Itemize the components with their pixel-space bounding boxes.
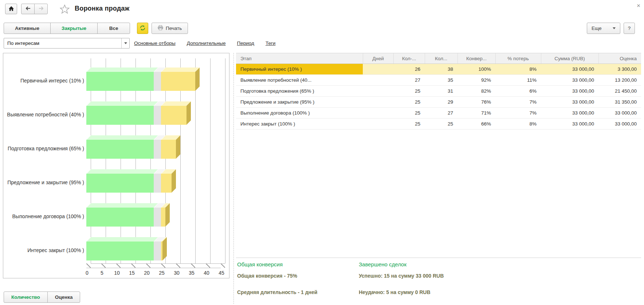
funnel-bar-segment-green[interactable] (86, 208, 154, 227)
table-cell[interactable] (363, 119, 393, 130)
table-cell[interactable]: 100% (458, 64, 495, 75)
funnel-bar-segment-yellow[interactable] (161, 72, 195, 91)
grouping-combobox[interactable]: По интересам (4, 38, 130, 49)
filter-link[interactable]: Теги (266, 40, 275, 46)
close-icon[interactable]: × (637, 2, 640, 9)
print-button[interactable]: Печать (152, 23, 188, 34)
home-button[interactable] (5, 4, 17, 14)
table-cell[interactable]: 7% (495, 108, 541, 119)
table-cell[interactable]: 25 (393, 108, 425, 119)
table-cell[interactable]: Предложение и закрытие (95% ) (236, 97, 363, 108)
table-cell[interactable]: 13 200,00 (598, 75, 641, 86)
refresh-button[interactable] (137, 23, 148, 34)
table-cell[interactable]: 38 (425, 64, 458, 75)
column-header[interactable]: Дней (363, 53, 393, 64)
funnel-bar-segment-green[interactable] (86, 174, 154, 193)
funnel-bar-segment-gray[interactable] (154, 174, 161, 193)
column-header[interactable]: Кол-... (393, 53, 425, 64)
panel-splitter[interactable] (233, 53, 234, 304)
chart-tab-оценка[interactable]: Оценка (47, 292, 80, 303)
table-row[interactable]: Подготовка предложения (65% )253182%6%33… (236, 86, 641, 97)
funnel-bar-segment-green[interactable] (86, 242, 154, 260)
table-cell[interactable]: 7% (495, 97, 541, 108)
table-cell[interactable] (363, 97, 393, 108)
view-tab-активные[interactable]: Активные (4, 23, 51, 34)
column-header[interactable]: Кол... (425, 53, 458, 64)
table-cell[interactable]: 31 350,00 (598, 97, 641, 108)
column-header[interactable]: Этап (236, 53, 363, 64)
table-cell[interactable]: 33 000,00 (541, 64, 598, 75)
table-cell[interactable]: 25 (425, 119, 458, 130)
table-cell[interactable]: 82% (458, 86, 495, 97)
table-cell[interactable]: 76% (458, 97, 495, 108)
table-cell[interactable]: 8% (495, 64, 541, 75)
forward-button[interactable] (34, 4, 48, 14)
table-cell[interactable]: 25 (393, 86, 425, 97)
table-cell[interactable]: 25 (393, 119, 425, 130)
table-cell[interactable]: 35 (425, 75, 458, 86)
table-row[interactable]: Первичный интерес (10% )2638100%8%33 000… (236, 64, 641, 75)
table-cell[interactable]: 92% (458, 75, 495, 86)
chart-tab-количество[interactable]: Количество (4, 292, 48, 303)
funnel-bar-segment-gray[interactable] (154, 72, 161, 91)
column-header[interactable]: Оценка (598, 53, 641, 64)
funnel-bar-segment-green[interactable] (86, 106, 154, 125)
funnel-bar-segment-gray[interactable] (154, 242, 161, 260)
funnel-bar-segment-green[interactable] (86, 140, 154, 159)
table-cell[interactable]: 25 (393, 97, 425, 108)
filter-link[interactable]: Основные отборы (134, 40, 176, 46)
more-button[interactable]: Еще (587, 23, 620, 34)
table-cell[interactable] (363, 64, 393, 75)
filter-link[interactable]: Период (237, 40, 254, 46)
funnel-bar-segment-yellow[interactable] (161, 106, 186, 125)
table-cell[interactable]: 26 (393, 64, 425, 75)
column-header[interactable]: % потерь (495, 53, 541, 64)
table-cell[interactable]: 33 000,00 (598, 108, 641, 119)
table-cell[interactable]: Первичный интерес (10% ) (236, 64, 363, 75)
view-tab-все[interactable]: Все (97, 23, 130, 34)
combobox-dropdown-button[interactable] (121, 38, 129, 48)
table-row[interactable]: Выявление потребностей (40...273592%11%3… (236, 75, 641, 86)
table-cell[interactable]: 3 300,00 (598, 64, 641, 75)
table-cell[interactable]: 66% (458, 119, 495, 130)
table-cell[interactable]: 29 (425, 97, 458, 108)
table-cell[interactable]: 33 000,00 (541, 119, 598, 130)
funnel-bar-segment-yellow[interactable] (161, 208, 165, 227)
column-header[interactable]: Сумма (RUB) (541, 53, 598, 64)
table-cell[interactable]: 21 450,00 (598, 86, 641, 97)
table-cell[interactable]: 33 000,00 (598, 119, 641, 130)
table-row[interactable]: Выполнение договора (100% )252771%7%33 0… (236, 108, 641, 119)
table-cell[interactable]: 6% (495, 86, 541, 97)
filter-link[interactable]: Дополнительные (187, 40, 226, 46)
funnel-bar-segment-gray[interactable] (154, 140, 161, 159)
table-cell[interactable]: Интерес закрыт (100% ) (236, 119, 363, 130)
column-header[interactable]: Конвер... (458, 53, 495, 64)
table-cell[interactable]: 27 (393, 75, 425, 86)
table-cell[interactable]: 33 000,00 (541, 97, 598, 108)
table-cell[interactable]: Выявление потребностей (40... (236, 75, 363, 86)
table-cell[interactable] (363, 86, 393, 97)
funnel-bar-segment-gray[interactable] (154, 106, 161, 125)
back-button[interactable] (21, 4, 35, 14)
table-cell[interactable] (363, 75, 393, 86)
table-cell[interactable] (363, 108, 393, 119)
funnel-bar-segment-gray[interactable] (154, 208, 161, 227)
table-cell[interactable]: 31 (425, 86, 458, 97)
table-cell[interactable]: 11% (495, 75, 541, 86)
table-row[interactable]: Предложение и закрытие (95% )252976%7%33… (236, 97, 641, 108)
table-cell[interactable]: 33 000,00 (541, 75, 598, 86)
table-cell[interactable]: Выполнение договора (100% ) (236, 108, 363, 119)
table-row[interactable]: Интерес закрыт (100% )252566%8%33 000,00… (236, 119, 641, 130)
funnel-bar-segment-yellow[interactable] (161, 140, 176, 159)
funnel-bar-segment-yellow[interactable] (161, 174, 172, 193)
view-tab-закрытые[interactable]: Закрытые (50, 23, 98, 34)
favorite-star-icon[interactable] (60, 4, 70, 15)
table-cell[interactable]: 8% (495, 119, 541, 130)
help-button[interactable]: ? (624, 23, 635, 34)
table-cell[interactable]: 71% (458, 108, 495, 119)
table-cell[interactable]: 33 000,00 (541, 86, 598, 97)
table-cell[interactable]: 27 (425, 108, 458, 119)
funnel-bar-segment-green[interactable] (86, 72, 154, 91)
table-cell[interactable]: Подготовка предложения (65% ) (236, 86, 363, 97)
table-cell[interactable]: 33 000,00 (541, 108, 598, 119)
